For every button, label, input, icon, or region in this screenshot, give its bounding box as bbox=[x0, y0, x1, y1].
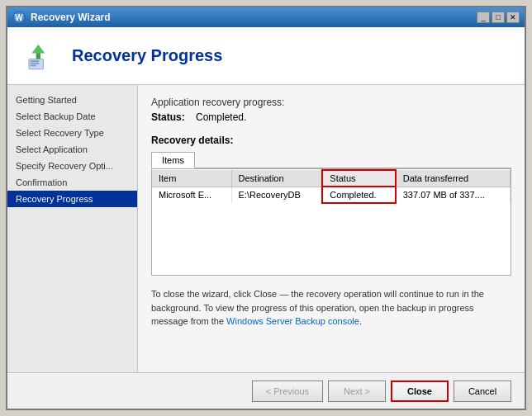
sidebar-item-getting-started[interactable]: Getting Started bbox=[7, 92, 137, 108]
main-content: Application recovery progress: Status: C… bbox=[138, 85, 525, 372]
page-title: Recovery Progress bbox=[72, 46, 222, 65]
windows-server-backup-link[interactable]: Windows Server Backup console bbox=[226, 316, 359, 326]
maximize-button[interactable]: □ bbox=[492, 12, 505, 23]
svg-rect-6 bbox=[31, 62, 40, 64]
titlebar: W Recovery Wizard _ □ ✕ bbox=[7, 7, 525, 27]
sidebar-item-confirmation[interactable]: Confirmation bbox=[7, 174, 137, 191]
col-item: Item bbox=[152, 170, 231, 187]
progress-label: Application recovery progress: bbox=[151, 97, 511, 108]
header-icon-wrap bbox=[21, 36, 60, 76]
minimize-button[interactable]: _ bbox=[477, 12, 490, 23]
col-data-transferred: Data transferred bbox=[396, 170, 511, 187]
recovery-wizard-window: W Recovery Wizard _ □ ✕ Recovery Progres… bbox=[6, 6, 526, 410]
sidebar-item-specify-recovery-options[interactable]: Specify Recovery Opti... bbox=[7, 158, 137, 174]
svg-text:W: W bbox=[15, 13, 23, 22]
titlebar-left: W Recovery Wizard bbox=[12, 11, 111, 24]
tab-bar: Items bbox=[151, 151, 511, 168]
svg-rect-5 bbox=[31, 60, 40, 62]
cell-destination: E:\RecoveryDB bbox=[231, 187, 322, 203]
header-area: Recovery Progress bbox=[7, 27, 525, 85]
close-button[interactable]: Close bbox=[391, 381, 449, 402]
svg-rect-7 bbox=[31, 64, 36, 66]
tab-items[interactable]: Items bbox=[151, 152, 195, 168]
titlebar-icon: W bbox=[12, 11, 26, 24]
col-status: Status bbox=[322, 170, 395, 187]
cell-status: Completed. bbox=[322, 187, 395, 203]
sidebar-item-select-application[interactable]: Select Application bbox=[7, 141, 137, 158]
table-row: Microsoft E... E:\RecoveryDB Completed. … bbox=[152, 187, 511, 203]
status-value: Completed. bbox=[196, 111, 246, 123]
titlebar-title: Recovery Wizard bbox=[31, 12, 111, 23]
table-header-row: Item Destination Status Data transferred bbox=[152, 170, 511, 187]
cell-data-transferred: 337.07 MB of 337.... bbox=[396, 187, 511, 203]
status-line: Status: Completed. bbox=[151, 111, 511, 123]
content-area: Getting Started Select Backup Date Selec… bbox=[7, 85, 525, 372]
sidebar: Getting Started Select Backup Date Selec… bbox=[7, 85, 138, 372]
sidebar-item-recovery-progress[interactable]: Recovery Progress bbox=[7, 191, 137, 207]
recovery-details-label: Recovery details: bbox=[151, 135, 511, 146]
cell-item: Microsoft E... bbox=[152, 187, 231, 203]
recovery-table: Item Destination Status Data transferred… bbox=[152, 169, 511, 204]
titlebar-controls: _ □ ✕ bbox=[477, 12, 520, 23]
sidebar-item-select-backup-date[interactable]: Select Backup Date bbox=[7, 108, 137, 125]
info-text: To close the wizard, click Close — the r… bbox=[151, 287, 511, 329]
col-destination: Destination bbox=[231, 170, 322, 187]
recovery-wizard-icon bbox=[23, 39, 58, 73]
footer: < Previous Next > Close Cancel bbox=[7, 372, 525, 409]
svg-marker-3 bbox=[32, 45, 45, 54]
next-button[interactable]: Next > bbox=[328, 381, 386, 402]
table-container: Item Destination Status Data transferred… bbox=[151, 168, 511, 276]
close-window-button[interactable]: ✕ bbox=[506, 12, 520, 23]
status-label: Status: bbox=[151, 111, 185, 123]
cancel-button[interactable]: Cancel bbox=[454, 381, 511, 402]
info-text-part2: . bbox=[359, 316, 362, 326]
previous-button[interactable]: < Previous bbox=[252, 381, 323, 402]
sidebar-item-select-recovery-type[interactable]: Select Recovery Type bbox=[7, 125, 137, 141]
